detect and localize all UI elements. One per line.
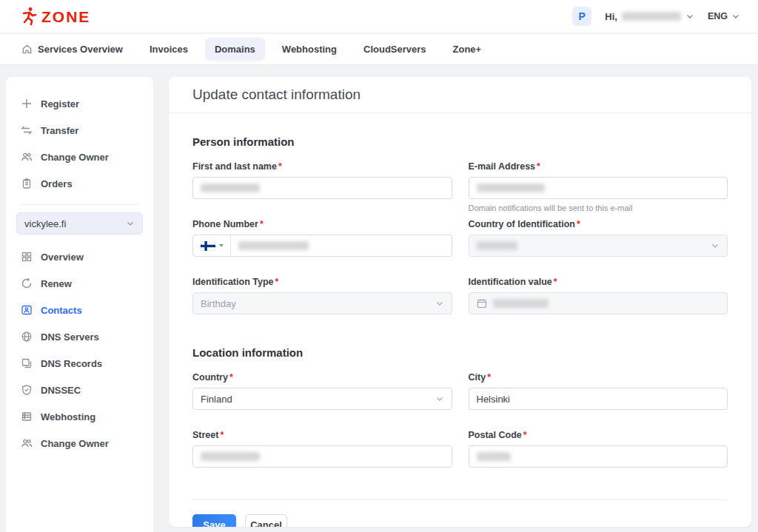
sidebar-divider [21, 204, 138, 205]
sidebar-item-label: Contacts [41, 305, 82, 316]
redacted-value [477, 452, 511, 461]
redacted-value [493, 299, 549, 308]
sidebar-item-label: Webhosting [41, 411, 95, 422]
identification-type-value: Birthday [201, 298, 236, 309]
finland-flag-icon [201, 241, 215, 251]
required-asterisk: * [278, 161, 282, 172]
field-street: Street* [192, 430, 452, 468]
cancel-button[interactable]: Cancel [245, 514, 287, 527]
sidebar-item-label: Change Owner [41, 438, 109, 449]
nav-item-cloudservers[interactable]: CloudServers [354, 38, 436, 61]
redacted-value [477, 183, 545, 192]
transfer-icon [21, 124, 33, 136]
country-select[interactable]: Finland [192, 388, 452, 410]
sidebar-item-dns-records[interactable]: DNS Records [6, 350, 153, 377]
sidebar-item-label: DNSSEC [41, 385, 81, 396]
phone-label: Phone Number* [192, 219, 452, 229]
sidebar-item-label: DNS Servers [41, 331, 99, 343]
required-asterisk: * [220, 430, 224, 440]
country-of-identification-select [469, 235, 728, 257]
nav-label: CloudServers [363, 44, 426, 55]
sidebar-item-change-owner[interactable]: Change Owner [6, 144, 153, 170]
page-title: Update contact information [192, 87, 728, 103]
users-icon [21, 151, 33, 163]
email-label: E-mail Address* [469, 161, 728, 172]
username-redacted [622, 12, 681, 21]
logo-wordmark: zone [41, 9, 90, 24]
copy-icon [21, 357, 33, 369]
first-name-input[interactable] [192, 177, 452, 199]
field-city: City* Helsinki [469, 372, 728, 410]
caret-down-icon [219, 244, 224, 247]
save-button[interactable]: Save [192, 514, 236, 527]
domain-select[interactable]: vickylee.fi [16, 212, 143, 235]
sidebar-item-contacts[interactable]: Contacts [6, 297, 153, 323]
field-email: E-mail Address* Domain notifications wil… [469, 161, 728, 199]
sidebar-item-label: Overview [41, 252, 84, 263]
sidebar-item-dns-servers[interactable]: DNS Servers [6, 323, 153, 350]
identification-type-select: Birthday [192, 292, 452, 314]
card-footer: Save Cancel [169, 500, 751, 527]
sidebar-item-renew[interactable]: Renew [6, 270, 153, 297]
city-input[interactable]: Helsinki [469, 388, 728, 410]
nav-item-domains[interactable]: Domains [205, 38, 265, 61]
clipboard-icon [21, 178, 33, 189]
server-icon [21, 411, 33, 422]
nav-label: Zone+ [453, 44, 482, 55]
nav-item-zoneplus[interactable]: Zone+ [443, 38, 492, 61]
nav-item-webhosting[interactable]: Webhosting [272, 38, 346, 61]
field-postal-code: Postal Code* [469, 430, 728, 468]
redacted-value [477, 241, 517, 250]
sidebar-item-label: Renew [41, 278, 72, 289]
field-country: Country* Finland [192, 372, 452, 410]
postal-code-input[interactable] [469, 445, 728, 468]
chevron-down-icon [711, 241, 720, 250]
top-header: zone P Hi, ENG [0, 0, 758, 33]
nav-item-invoices[interactable]: Invoices [140, 38, 198, 61]
required-asterisk: * [577, 219, 580, 229]
location-section-heading: Location information [192, 346, 728, 359]
field-identification-type: Identification Type* Birthday [192, 277, 452, 314]
user-avatar[interactable]: P [572, 7, 591, 26]
redacted-value [201, 183, 260, 192]
sidebar-item-label: Change Owner [41, 152, 109, 163]
sidebar-item-label: DNS Records [41, 358, 102, 369]
required-asterisk: * [523, 430, 527, 440]
street-input[interactable] [192, 445, 452, 468]
sidebar-item-webhosting[interactable]: Webhosting [6, 403, 153, 430]
nav-label: Invoices [150, 44, 188, 55]
nav-item-services-overview[interactable]: Services Overview [12, 38, 133, 61]
sidebar-item-orders[interactable]: Orders [6, 170, 153, 197]
phone-country-selector[interactable] [201, 235, 231, 256]
sidebar-item-register[interactable]: Register [6, 90, 153, 117]
sidebar: Register Transfer Change Owner Orders vi… [6, 77, 153, 532]
required-asterisk: * [487, 372, 491, 383]
home-icon [21, 44, 33, 55]
phone-input[interactable] [192, 235, 452, 257]
card-body: Person information First and last name* … [169, 135, 751, 500]
shield-check-icon [21, 384, 33, 396]
user-menu[interactable]: Hi, [605, 11, 694, 22]
zone-logo[interactable]: zone [21, 7, 90, 26]
nav-label: Domains [215, 44, 255, 55]
renew-icon [21, 277, 33, 289]
chevron-down-icon [126, 219, 135, 228]
email-input[interactable] [469, 177, 728, 199]
country-value: Finland [201, 394, 232, 405]
country-label: Country* [192, 372, 452, 383]
sidebar-item-change-owner-2[interactable]: Change Owner [6, 430, 153, 457]
street-label: Street* [192, 430, 452, 440]
chevron-down-icon [435, 299, 444, 308]
city-label: City* [469, 372, 728, 383]
greeting-label: Hi, [605, 11, 617, 22]
language-selector[interactable]: ENG [708, 11, 740, 21]
calendar-icon [477, 298, 487, 309]
sidebar-item-dnssec[interactable]: DNSSEC [6, 377, 153, 403]
sidebar-item-transfer[interactable]: Transfer [6, 117, 153, 144]
sidebar-item-overview[interactable]: Overview [6, 243, 153, 270]
plus-icon [21, 98, 33, 110]
users-icon [21, 437, 33, 449]
identification-value-label: Identification value* [469, 277, 728, 287]
required-asterisk: * [554, 277, 557, 287]
chevron-down-icon [685, 12, 694, 21]
